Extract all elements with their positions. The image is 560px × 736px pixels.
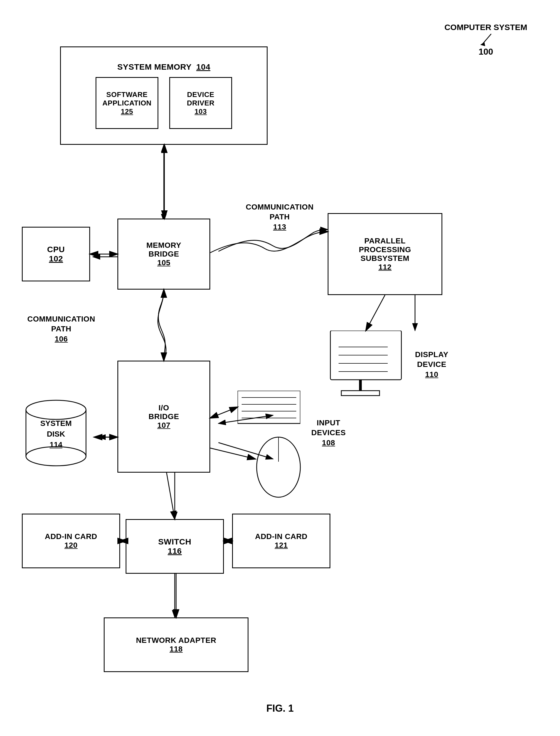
figure-label: FIG. 1 <box>266 703 294 714</box>
svg-rect-16 <box>341 391 380 396</box>
network-adapter-box: NETWORK ADAPTER118 <box>104 617 248 672</box>
software-application-label: SOFTWAREAPPLICATION125 <box>102 90 152 116</box>
svg-line-12 <box>483 34 491 43</box>
svg-line-39 <box>210 448 255 459</box>
display-device-label: DISPLAYDEVICE110 <box>415 350 448 380</box>
switch-label: SWITCH116 <box>158 537 191 556</box>
add-in-card-120-label: ADD-IN CARD120 <box>45 532 97 550</box>
add-in-card-120-box: ADD-IN CARD120 <box>22 514 120 568</box>
computer-system-label: COMPUTER SYSTEM 100 <box>445 22 527 58</box>
parallel-processing-label: PARALLELPROCESSINGSUBSYSTEM112 <box>359 236 411 271</box>
display-device-icon <box>325 330 407 402</box>
comm-path-106-label: COMMUNICATIONPATH106 <box>27 314 95 344</box>
system-disk-icon: SYSTEMDISK114 <box>19 396 93 474</box>
cpu-box: CPU102 <box>22 227 90 281</box>
svg-line-38 <box>210 407 238 418</box>
memory-bridge-label: MEMORYBRIDGE105 <box>146 241 181 267</box>
add-in-card-121-label: ADD-IN CARD121 <box>255 532 307 550</box>
svg-line-40 <box>167 473 175 519</box>
cpu-label: CPU102 <box>47 245 65 263</box>
svg-rect-25 <box>238 391 300 424</box>
device-driver-box: DEVICEDRIVER103 <box>169 77 232 129</box>
svg-marker-13 <box>480 42 485 46</box>
svg-rect-15 <box>359 380 362 391</box>
input-devices-label: INPUTDEVICES108 <box>311 418 346 448</box>
comm-path-113-label: COMMUNICATIONPATH113 <box>246 202 314 232</box>
diagram-container: COMPUTER SYSTEM 100 SYSTEM MEMORY 104 SO… <box>0 0 560 736</box>
switch-box: SWITCH116 <box>126 519 224 574</box>
memory-bridge-box: MEMORYBRIDGE105 <box>117 218 210 289</box>
svg-line-36 <box>366 295 385 330</box>
add-in-card-121-box: ADD-IN CARD121 <box>232 514 330 568</box>
io-bridge-label: I/OBRIDGE107 <box>149 404 179 430</box>
io-bridge-box: I/OBRIDGE107 <box>117 360 210 473</box>
svg-point-21 <box>26 400 86 420</box>
mouse-icon <box>254 435 303 500</box>
keyboard-icon <box>238 391 300 426</box>
system-memory-box: SYSTEM MEMORY 104 SOFTWAREAPPLICATION125… <box>60 46 268 145</box>
software-application-box: SOFTWAREAPPLICATION125 <box>96 77 158 129</box>
network-adapter-label: NETWORK ADAPTER118 <box>136 636 216 654</box>
system-memory-label: SYSTEM MEMORY 104 <box>117 62 211 72</box>
parallel-processing-box: PARALLELPROCESSINGSUBSYSTEM112 <box>328 213 442 295</box>
device-driver-label: DEVICEDRIVER103 <box>187 90 214 116</box>
